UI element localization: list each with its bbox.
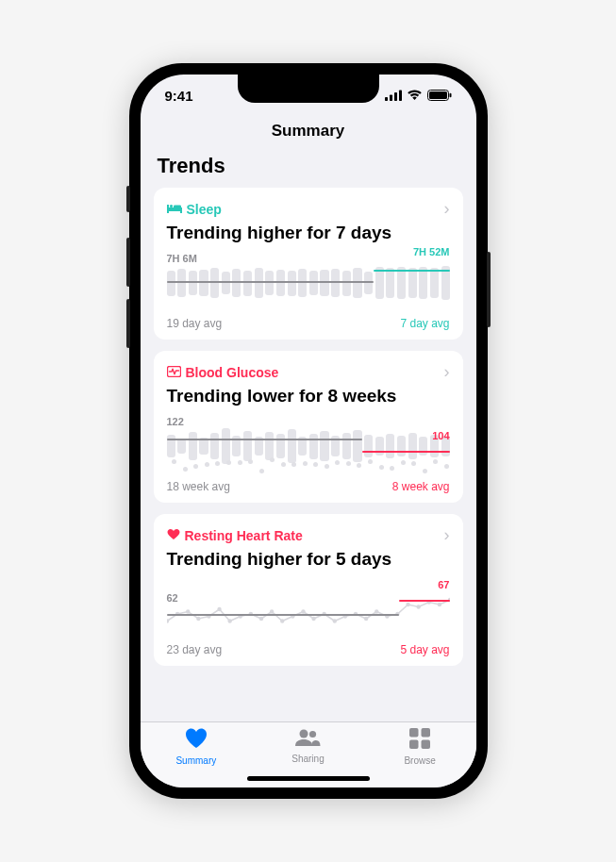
svg-rect-2	[394, 92, 397, 101]
card-footer: 18 week avg 8 week avg	[167, 480, 450, 493]
right-avg-line	[374, 270, 450, 272]
grid-icon	[409, 728, 430, 753]
svg-rect-5	[429, 91, 447, 99]
svg-point-27	[311, 617, 315, 621]
svg-rect-7	[167, 207, 182, 211]
svg-rect-6	[449, 92, 451, 97]
card-headline: Trending higher for 7 days	[167, 223, 450, 243]
right-footer-label: 7 day avg	[400, 317, 449, 330]
right-footer-label: 8 week avg	[392, 480, 450, 493]
mute-switch	[126, 186, 130, 212]
card-footer: 19 day avg 7 day avg	[167, 317, 450, 330]
left-value-label: 7H 6M	[167, 253, 197, 264]
card-footer: 23 day avg 5 day avg	[167, 643, 450, 656]
svg-point-24	[280, 619, 284, 622]
left-footer-label: 19 day avg	[167, 317, 223, 330]
card-category: Sleep	[167, 202, 222, 217]
left-avg-line	[167, 614, 399, 616]
tab-summary[interactable]: Summary	[163, 728, 229, 787]
home-indicator[interactable]	[247, 776, 370, 781]
rhr-chart: 62 67	[167, 581, 450, 638]
heart-icon	[167, 528, 180, 543]
svg-rect-9	[180, 207, 182, 213]
card-category: Resting Heart Rate	[167, 528, 303, 543]
left-value-label: 62	[167, 592, 178, 604]
svg-point-29	[332, 619, 336, 622]
power-button	[487, 252, 491, 327]
card-category-label: Resting Heart Rate	[185, 528, 303, 543]
tab-label: Summary	[175, 755, 216, 766]
status-icons	[385, 88, 452, 104]
svg-rect-3	[399, 90, 402, 101]
card-header: Blood Glucose ›	[167, 362, 450, 382]
svg-point-36	[406, 603, 409, 606]
right-value-label: 104	[432, 430, 449, 441]
bed-icon	[167, 202, 182, 217]
svg-rect-43	[409, 728, 419, 738]
card-category-label: Sleep	[187, 202, 222, 217]
glucose-chart: 122 104	[167, 418, 450, 474]
sleep-chart: 7H 6M 7H 52M	[167, 255, 450, 311]
card-category-label: Blood Glucose	[186, 365, 279, 380]
heart-fill-icon	[185, 728, 208, 753]
left-footer-label: 23 day avg	[167, 643, 223, 656]
right-value-label: 67	[438, 579, 449, 590]
card-header: Sleep ›	[167, 199, 450, 219]
phone-frame: 9:41 Summary Trends	[129, 63, 488, 799]
trend-card-glucose[interactable]: Blood Glucose › Trending lower for 8 wee…	[154, 351, 463, 503]
svg-rect-44	[422, 728, 431, 738]
svg-point-32	[363, 617, 367, 621]
section-title-trends: Trends	[141, 150, 476, 188]
svg-rect-46	[422, 740, 431, 750]
people-icon	[294, 728, 321, 751]
card-headline: Trending lower for 8 weeks	[167, 386, 450, 406]
right-footer-label: 5 day avg	[400, 643, 449, 656]
trend-card-rhr[interactable]: Resting Heart Rate › Trending higher for…	[154, 514, 463, 666]
chevron-right-icon: ›	[444, 525, 450, 545]
glucose-icon	[167, 365, 181, 380]
notch	[238, 75, 379, 103]
status-time: 9:41	[165, 88, 193, 104]
chevron-right-icon: ›	[444, 199, 450, 219]
tab-label: Sharing	[291, 754, 324, 764]
right-avg-line	[362, 451, 450, 453]
left-value-label: 122	[167, 416, 184, 427]
svg-rect-45	[409, 740, 419, 750]
card-headline: Trending higher for 5 days	[167, 549, 450, 570]
tab-browse[interactable]: Browse	[387, 728, 453, 787]
svg-point-39	[437, 603, 441, 606]
vol-up	[126, 238, 130, 287]
left-avg-line	[167, 281, 374, 283]
svg-rect-0	[385, 97, 388, 101]
right-value-label: 7H 52M	[413, 246, 450, 257]
cellular-icon	[385, 88, 402, 104]
svg-point-10	[169, 204, 172, 207]
svg-point-18	[217, 607, 221, 611]
svg-point-37	[416, 605, 420, 608]
svg-rect-1	[390, 94, 392, 101]
screen: 9:41 Summary Trends	[141, 75, 476, 787]
svg-rect-11	[174, 205, 181, 207]
svg-rect-8	[167, 205, 169, 213]
svg-point-16	[196, 617, 200, 621]
rhr-line	[167, 581, 450, 638]
trend-card-sleep[interactable]: Sleep › Trending higher for 7 days 7H 6M…	[154, 188, 463, 340]
battery-icon	[427, 88, 452, 104]
svg-point-22	[258, 617, 262, 621]
left-avg-line	[167, 439, 362, 440]
card-header: Resting Heart Rate ›	[167, 525, 450, 545]
chevron-right-icon: ›	[444, 362, 450, 382]
svg-point-42	[309, 731, 316, 738]
wifi-icon	[407, 88, 423, 104]
vol-down	[126, 299, 130, 348]
right-avg-line	[399, 600, 450, 602]
card-category: Blood Glucose	[167, 365, 279, 380]
left-footer-label: 18 week avg	[167, 480, 230, 493]
tab-label: Browse	[404, 755, 435, 766]
page-title: Summary	[141, 116, 476, 150]
svg-point-41	[300, 730, 308, 738]
svg-point-19	[227, 619, 231, 622]
cards-container: Sleep › Trending higher for 7 days 7H 6M…	[141, 188, 476, 721]
